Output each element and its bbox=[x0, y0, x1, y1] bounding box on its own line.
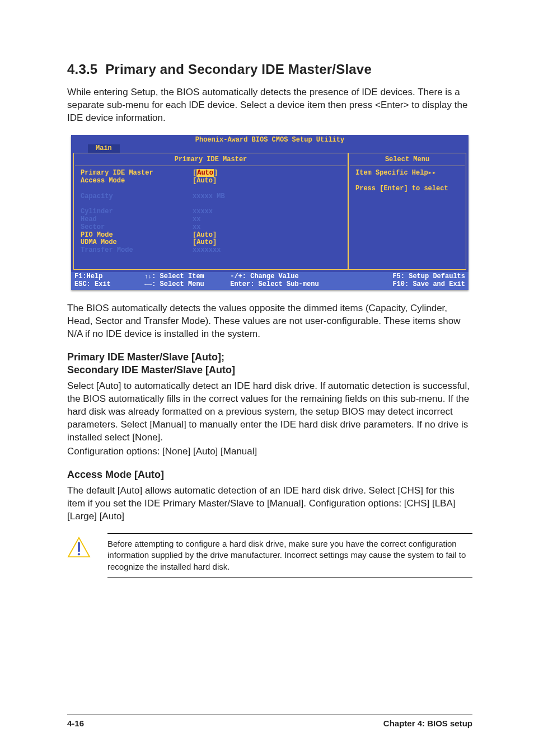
bios-screenshot: Phoenix-Award BIOS CMOS Setup Utility Ma… bbox=[71, 135, 469, 290]
bios-key-saveexit: F10: Save and Exit bbox=[367, 281, 465, 289]
intro-paragraph: While entering Setup, the BIOS automatic… bbox=[67, 86, 472, 125]
bios-row bbox=[81, 200, 341, 208]
bios-right-header: Select Menu bbox=[350, 154, 465, 166]
bios-row: Cylinderxxxxx bbox=[81, 208, 341, 216]
updown-icon: ↑↓ bbox=[144, 273, 152, 281]
bios-key-defaults: F5: Setup Defaults bbox=[367, 273, 465, 281]
bios-row-value: xxxxx MB bbox=[193, 193, 225, 201]
bios-row-label: Transfer Mode bbox=[81, 247, 193, 255]
bios-row-label: Primary IDE Master bbox=[81, 170, 193, 177]
bios-row-label: PIO Mode bbox=[81, 232, 193, 240]
bios-row[interactable]: PIO Mode[Auto] bbox=[81, 232, 341, 240]
bios-help-line1: Item Specific Help▸▸ bbox=[355, 170, 459, 177]
page: 4.3.5 Primary and Secondary IDE Master/S… bbox=[0, 0, 534, 756]
bios-row-value: xx bbox=[193, 224, 200, 232]
page-number: 4-16 bbox=[67, 719, 84, 728]
after-bios-paragraph: The BIOS automatically detects the value… bbox=[67, 302, 472, 341]
page-footer: 4-16 Chapter 4: BIOS setup bbox=[67, 715, 472, 728]
bios-row: Transfer Modexxxxxxx bbox=[81, 247, 341, 255]
bios-key-selectitem: : Select Item bbox=[152, 273, 230, 281]
bios-left-header: Primary IDE Master bbox=[75, 154, 346, 166]
bios-row-label: Capacity bbox=[81, 193, 193, 201]
svg-point-2 bbox=[78, 553, 80, 555]
sub1-heading-line1: Primary IDE Master/Slave [Auto]; bbox=[67, 351, 224, 363]
sub2-body: The default [Auto] allows automatic dete… bbox=[67, 485, 472, 523]
bios-row: Head xx bbox=[81, 216, 341, 224]
bios-key-changeval: -/+: Change Value bbox=[230, 273, 367, 281]
bios-row-value: [Auto] bbox=[193, 239, 217, 247]
bios-row-label: Access Mode bbox=[81, 177, 193, 185]
bios-help-line2: Press [Enter] to select bbox=[355, 185, 459, 193]
bios-row-label: Sector bbox=[81, 224, 193, 232]
sub1-heading: Primary IDE Master/Slave [Auto]; Seconda… bbox=[67, 351, 472, 377]
bios-key-submenu: Enter: Select Sub-menu bbox=[230, 281, 367, 289]
leftright-icon: ←→ bbox=[144, 281, 152, 289]
bios-row-value: [Auto] bbox=[193, 170, 218, 177]
bios-row[interactable]: Access Mode[Auto] bbox=[81, 177, 341, 185]
bios-row-label: UDMA Mode bbox=[81, 239, 193, 247]
bios-tab-main[interactable]: Main bbox=[88, 144, 120, 153]
bios-help-panel: Item Specific Help▸▸ Press [Enter] to se… bbox=[350, 166, 465, 268]
bios-row-value: xxxxxxx bbox=[193, 247, 221, 255]
warning-text: Before attempting to configure a hard di… bbox=[107, 539, 466, 571]
section-heading: 4.3.5 Primary and Secondary IDE Master/S… bbox=[67, 62, 472, 77]
chapter-label: Chapter 4: BIOS setup bbox=[383, 719, 472, 728]
bios-row-label: Cylinder bbox=[81, 208, 193, 216]
bios-config-panel: Primary IDE Master[Auto]Access Mode[Auto… bbox=[75, 166, 346, 268]
bios-row[interactable]: Primary IDE Master[Auto] bbox=[81, 170, 341, 177]
bios-row-label: Head bbox=[81, 216, 193, 224]
bios-row: Sector xx bbox=[81, 224, 341, 232]
sub1-heading-line2: Secondary IDE Master/Slave [Auto] bbox=[67, 364, 235, 375]
section-title: Primary and Secondary IDE Master/Slave bbox=[105, 62, 372, 77]
bios-row-value: [Auto] bbox=[193, 232, 217, 240]
bios-key-exit: ESC: Exit bbox=[74, 281, 144, 289]
bios-key-help: F1:Help bbox=[74, 273, 144, 281]
bios-row-value: xx bbox=[193, 216, 200, 224]
warning-block: Before attempting to configure a hard di… bbox=[67, 533, 472, 577]
warning-icon bbox=[67, 537, 91, 558]
bios-footer: F1:Help ↑↓ : Select Item -/+: Change Val… bbox=[71, 272, 469, 290]
bios-row[interactable]: UDMA Mode[Auto] bbox=[81, 239, 341, 247]
bios-utility-title: Phoenix-Award BIOS CMOS Setup Utility bbox=[71, 135, 469, 144]
sub1-body: Select [Auto] to automatically detect an… bbox=[67, 380, 472, 444]
bios-row-value: xxxxx bbox=[193, 208, 213, 216]
bios-row-value: [Auto] bbox=[193, 177, 217, 185]
bios-row bbox=[81, 185, 341, 193]
section-number: 4.3.5 bbox=[67, 62, 97, 77]
bios-row: Capacityxxxxx MB bbox=[81, 193, 341, 201]
sub1-config-options: Configuration options: [None] [Auto] [Ma… bbox=[67, 445, 472, 458]
bios-tabs: Main bbox=[71, 144, 469, 153]
sub2-heading: Access Mode [Auto] bbox=[67, 468, 472, 481]
bios-key-selectmenu: : Select Menu bbox=[152, 281, 230, 289]
